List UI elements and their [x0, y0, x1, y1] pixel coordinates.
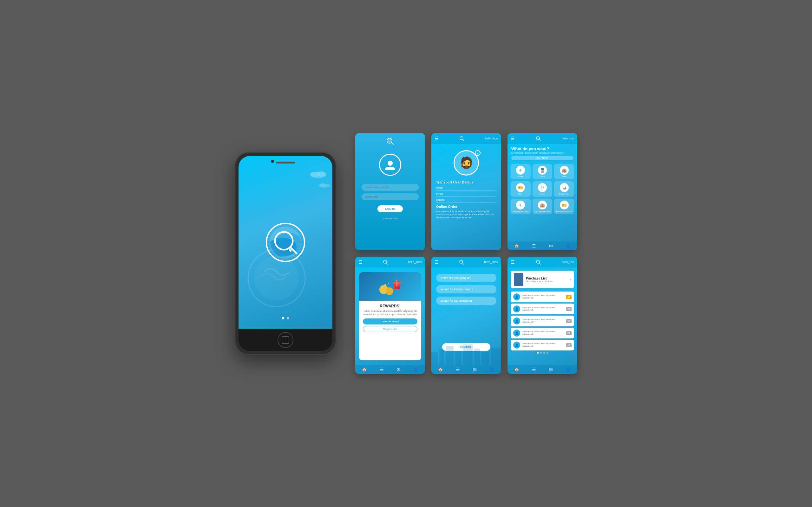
svg-point-13 — [319, 183, 326, 187]
search-nav-user[interactable]: 👤 — [490, 367, 495, 372]
rewards-nav-user[interactable]: 👤 — [413, 367, 419, 372]
purchase-item-3-desc: Lorem ipsum dolor sit amet consectetur a… — [522, 319, 564, 324]
intl-flight-label: International Flight — [513, 210, 528, 212]
search-nav-list[interactable]: ☰ — [456, 367, 460, 372]
transport-field[interactable]: search for transportations — [436, 285, 496, 293]
home-title: What do you want? — [507, 144, 577, 152]
search-nav-mail[interactable]: ✉ — [473, 367, 477, 372]
login-button[interactable]: LOG IN — [377, 205, 403, 212]
svg-point-25 — [386, 287, 393, 295]
rewards-screen-header: ☰ hello_Jhon — [355, 257, 425, 268]
rewards-image — [359, 272, 421, 301]
purchase-menu-icon[interactable]: ☰ — [511, 260, 515, 265]
purchase-nav-mail[interactable]: ✉ — [549, 367, 553, 372]
purchase-search-icon[interactable] — [536, 259, 541, 265]
purchase-item-1[interactable]: 👤 Lorem ipsum dolor sit amet consectetur… — [511, 291, 574, 302]
purchase-item-4[interactable]: 👤 Lorem ipsum dolor sit amet consectetur… — [511, 328, 574, 338]
profile-email-field: email — [436, 191, 496, 197]
screen-profile: ☰ hello_jhon 🧔 2 Transport User Details … — [432, 133, 501, 250]
purchase-item-1-text: Lorem ipsum dolor sit amet consectetur a… — [522, 294, 564, 299]
rewards-nav-home[interactable]: 🏠 — [362, 367, 367, 372]
svg-line-34 — [462, 263, 464, 264]
search-menu-icon[interactable]: ☰ — [435, 260, 439, 265]
phone-device — [235, 152, 336, 355]
city-silhouette — [432, 340, 501, 365]
buy-now-button[interactable]: BUY NOW — [511, 156, 573, 160]
purchase-nav-list[interactable]: ☰ — [532, 367, 536, 372]
cloud-decoration-2 — [318, 181, 331, 187]
icon-hotel[interactable]: 🏨 Hotel — [554, 164, 574, 179]
purchase-item-1-avatar: 👤 — [513, 293, 520, 300]
login-footer: or connect with — [362, 217, 419, 220]
purchase-item-1-num: 02 — [566, 295, 571, 299]
svg-rect-37 — [446, 346, 454, 365]
purchase-nav-user[interactable]: 👤 — [565, 367, 571, 372]
take-me-there-button[interactable]: Take Me There! — [363, 319, 417, 325]
purchase-item-2-num: 13 — [566, 307, 571, 311]
home-menu-icon[interactable]: ☰ — [511, 136, 515, 141]
icon-intl-flight[interactable]: ✈ International Flight — [511, 199, 531, 214]
nav-list-icon[interactable]: ☰ — [532, 243, 536, 248]
login-header — [355, 133, 425, 146]
purchase-list: 👤 Lorem ipsum dolor sit amet consectetur… — [507, 291, 577, 350]
purchase-nav-home[interactable]: 🏠 — [514, 367, 519, 372]
icon-budget[interactable]: 📊 Budget Trips — [554, 181, 574, 197]
search-screen-header: ☰ hello_Jhon — [432, 257, 501, 268]
profile-name-field: name — [436, 185, 496, 191]
search-screen-search-icon[interactable] — [459, 259, 464, 265]
purchase-item-3[interactable]: 👤 Lorem ipsum dolor sit amet consectetur… — [511, 316, 574, 326]
menu-icon[interactable]: ☰ — [435, 136, 439, 141]
intl-flight-icon: ✈ — [516, 201, 525, 210]
icon-promo[interactable]: % Promo — [532, 181, 553, 197]
purchase-item-5-num: 28 — [566, 343, 571, 347]
rewards-greeting: hello_Jhon — [408, 261, 422, 264]
svg-line-23 — [386, 263, 388, 264]
search-icon-header[interactable] — [459, 135, 465, 141]
home-search-icon[interactable] — [536, 135, 541, 141]
intl-ticket-label: International Ticket — [556, 210, 572, 212]
icon-intl-hotel[interactable]: 🏨 International Hotel — [532, 199, 553, 214]
promo-label: Promo — [540, 193, 545, 195]
svg-rect-38 — [455, 351, 461, 365]
rewards-nav-list[interactable]: ☰ — [380, 367, 384, 372]
purchase-header-card: Purchase List Here all your past purchas… — [511, 271, 574, 288]
svg-rect-29 — [395, 286, 400, 289]
phone-home-button[interactable] — [277, 332, 293, 348]
dot-1 — [282, 317, 284, 320]
nav-user-icon[interactable]: 👤 — [565, 243, 571, 248]
rewards-illustration — [377, 275, 403, 297]
splash-dots — [282, 317, 289, 320]
password-input[interactable] — [362, 193, 419, 200]
rewards-menu-icon[interactable]: ☰ — [358, 260, 362, 265]
purchase-item-4-avatar: 👤 — [513, 330, 520, 337]
home-bottom-nav: 🏠 ☰ ✉ 👤 — [507, 241, 577, 250]
rewards-search-icon[interactable] — [383, 259, 388, 265]
purchase-bottom-nav: 🏠 ☰ ✉ 👤 — [507, 365, 577, 374]
svg-rect-41 — [481, 352, 490, 365]
username-input[interactable] — [362, 184, 419, 191]
purchase-arrow-icon[interactable]: › — [570, 277, 571, 282]
svg-point-32 — [382, 286, 383, 287]
svg-rect-40 — [474, 349, 480, 365]
rewards-title: REWARDS! — [363, 304, 417, 308]
icon-ticket[interactable]: 🎫 Ticket — [511, 181, 531, 197]
icon-intl-ticket[interactable]: 🎫 International Ticket — [554, 199, 574, 214]
nav-home-icon[interactable]: 🏠 — [514, 243, 519, 248]
nav-mail-icon[interactable]: ✉ — [549, 243, 553, 248]
icon-flight[interactable]: ✈ Flight — [511, 164, 531, 179]
rewards-content: REWARDS! Lorem ipsum dolor sit amet cons… — [359, 301, 421, 335]
svg-point-11 — [316, 171, 326, 176]
screens-grid: LOG IN or connect with ☰ hello_jhon 🧔 2 — [355, 133, 577, 374]
destination-field[interactable]: where are you going to? — [436, 274, 496, 282]
rewards-nav-mail[interactable]: ✉ — [397, 367, 401, 372]
accommodation-field[interactable]: search for accomodation — [436, 297, 496, 305]
purchase-item-2[interactable]: 👤 Lorem ipsum dolor sit amet consectetur… — [511, 303, 574, 314]
svg-point-30 — [385, 284, 386, 286]
svg-rect-42 — [491, 348, 501, 365]
online-order-text: Lorem ipsum dolor sit amet consectetur a… — [436, 210, 496, 219]
maybe-later-button[interactable]: Maybe Later — [363, 326, 417, 332]
search-nav-home[interactable]: 🏠 — [438, 367, 443, 372]
purchase-item-5[interactable]: 👤 Lorem ipsum dolor sit amet consectetur… — [511, 340, 574, 350]
icon-train[interactable]: 🚆 Train — [532, 164, 553, 179]
ticket-label: Ticket — [518, 193, 523, 195]
